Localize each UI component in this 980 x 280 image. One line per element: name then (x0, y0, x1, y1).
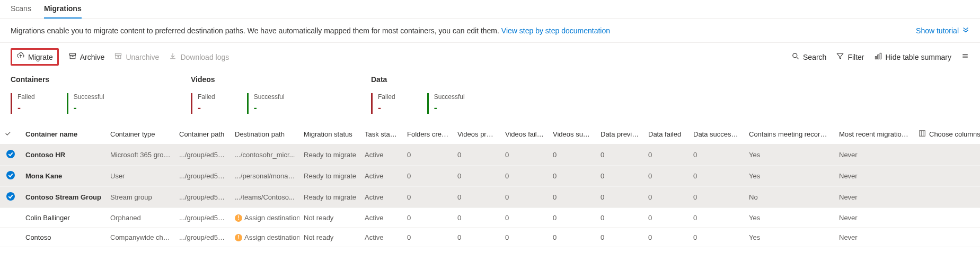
row-checkbox[interactable] (0, 144, 21, 166)
cell-data-prev: 0 (596, 187, 644, 208)
archive-button[interactable]: Archive (68, 52, 105, 62)
cell-data-success: 0 (689, 144, 745, 166)
containers-success-label: Successful (74, 93, 104, 101)
cell-recent: Never (835, 166, 914, 187)
cell-task-status: Active (360, 187, 403, 208)
row-checkbox[interactable] (0, 228, 21, 247)
containers-failed: Failed - (11, 93, 35, 114)
header-select-all[interactable] (0, 124, 21, 144)
cell-videos-success: 0 (549, 228, 596, 247)
cell-destination-path: .../personal/monak... (235, 172, 297, 180)
cell-data-prev: 0 (596, 208, 644, 228)
summary-containers: Containers Failed - Successful - (11, 75, 159, 114)
download-logs-button[interactable]: Download logs (169, 52, 229, 62)
cell-container-name: Mona Kane (21, 166, 106, 187)
cell-data-failed: 0 (644, 228, 689, 247)
cell-data-success: 0 (689, 187, 745, 208)
migrate-highlight: Migrate (11, 48, 59, 66)
header-data-prev[interactable]: Data previo... (596, 124, 644, 144)
checkmark-icon (4, 131, 12, 139)
tab-scans[interactable]: Scans (11, 0, 31, 18)
unarchive-icon (114, 52, 122, 62)
cell-data-failed: 0 (644, 187, 689, 208)
more-menu-button[interactable] (961, 52, 969, 62)
header-videos-failed[interactable]: Videos failed (501, 124, 549, 144)
search-button[interactable]: Search (791, 52, 826, 62)
table-row[interactable]: Contoso Companywide channel .../group/ed… (0, 228, 980, 247)
doc-link[interactable]: View step by step documentation (501, 26, 610, 35)
cell-task-status: Active (360, 144, 403, 166)
cell-folders: 0 (403, 187, 453, 208)
tab-migrations[interactable]: Migrations (44, 0, 82, 18)
filter-label: Filter (847, 53, 864, 61)
cell-container-type: Stream group (106, 187, 175, 208)
cell-folders: 0 (403, 208, 453, 228)
hide-summary-label: Hide table summary (886, 53, 952, 61)
cell-destination-path: .../teams/Contoso... (235, 193, 295, 201)
header-videos-prev[interactable]: Videos prev... (453, 124, 501, 144)
header-meeting-recording[interactable]: Contains meeting recording (745, 124, 835, 144)
toolbar-right: Search Filter Hide table summary (791, 52, 969, 62)
cell-task-status: Active (360, 208, 403, 228)
cell-folders: 0 (403, 144, 453, 166)
summary-icon (874, 52, 882, 62)
cell-container-name: Contoso HR (21, 144, 106, 166)
data-success-label: Successful (434, 93, 465, 101)
header-container-name[interactable]: Container name (21, 124, 106, 144)
row-checkbox[interactable] (0, 187, 21, 208)
table-row[interactable]: Mona Kane User .../group/ed53... .../per… (0, 166, 980, 187)
header-data-failed[interactable]: Data failed (644, 124, 689, 144)
cell-data-prev: 0 (596, 144, 644, 166)
header-most-recent-label: Most recent migration (839, 130, 908, 138)
chevron-double-down-icon (962, 26, 969, 35)
header-container-path[interactable]: Container path (175, 124, 231, 144)
table-row[interactable]: Contoso HR Microsoft 365 group .../group… (0, 144, 980, 166)
header-most-recent[interactable]: Most recent migration ↓ (835, 124, 914, 144)
containers-failed-value: - (17, 103, 35, 114)
cell-destination: .../personal/monak... (231, 166, 299, 187)
videos-failed-label: Failed (198, 93, 215, 101)
cell-videos-failed: 0 (501, 166, 549, 187)
header-container-type[interactable]: Container type (106, 124, 175, 144)
cell-task-status: Active (360, 166, 403, 187)
cell-destination-path: Assign destination (244, 214, 299, 222)
header-migration-status[interactable]: Migration status (299, 124, 360, 144)
cell-meeting: Yes (745, 208, 835, 228)
videos-success-value: - (254, 103, 285, 114)
containers-failed-label: Failed (17, 93, 35, 101)
migrate-button[interactable]: Migrate (16, 52, 53, 62)
info-text: Migrations enable you to migrate content… (11, 26, 501, 35)
hide-summary-button[interactable]: Hide table summary (874, 52, 952, 62)
row-checkbox[interactable] (0, 166, 21, 187)
cell-container-type: Microsoft 365 group (106, 144, 175, 166)
archive-label: Archive (80, 53, 105, 61)
show-tutorial-button[interactable]: Show tutorial (916, 26, 969, 35)
archive-icon (68, 52, 77, 62)
cell-videos-failed: 0 (501, 187, 549, 208)
cell-recent: Never (835, 144, 914, 166)
header-folders-created[interactable]: Folders created (403, 124, 453, 144)
cell-destination[interactable]: !Assign destination (231, 228, 299, 247)
unarchive-button[interactable]: Unarchive (114, 52, 159, 62)
download-icon (169, 52, 177, 62)
header-data-success[interactable]: Data successful (689, 124, 745, 144)
table-row[interactable]: Colin Ballinger Orphaned .../group/ed53.… (0, 208, 980, 228)
search-label: Search (803, 53, 826, 61)
cell-videos-prev: 0 (453, 187, 501, 208)
svg-rect-5 (875, 57, 876, 59)
table-row[interactable]: Contoso Stream Group Stream group .../gr… (0, 187, 980, 208)
cell-migration-status: Not ready (299, 208, 360, 228)
header-destination-path[interactable]: Destination path (231, 124, 299, 144)
cell-migration-status: Not ready (299, 228, 360, 247)
toolbar: Migrate Archive Unarchive Download logs (0, 43, 980, 75)
data-failed: Failed - (371, 93, 395, 114)
cell-data-success: 0 (689, 208, 745, 228)
cell-destination[interactable]: !Assign destination (231, 208, 299, 228)
header-task-status[interactable]: Task status (360, 124, 403, 144)
row-checkbox[interactable] (0, 208, 21, 228)
cell-folders: 0 (403, 228, 453, 247)
header-choose-columns[interactable]: Choose columns (914, 124, 980, 144)
filter-button[interactable]: Filter (836, 52, 864, 62)
cell-container-path: .../group/ed53... (175, 228, 231, 247)
header-videos-success[interactable]: Videos succ... (549, 124, 596, 144)
